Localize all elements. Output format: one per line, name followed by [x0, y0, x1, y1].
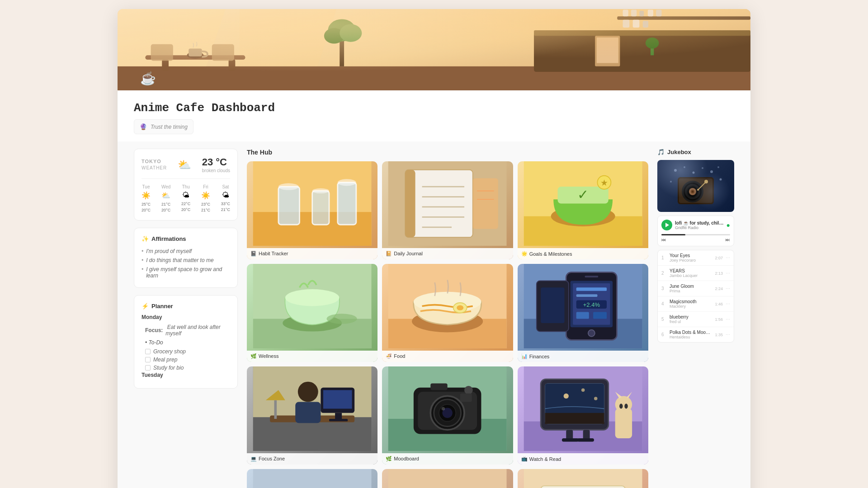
todo-item[interactable]: Meal prep — [142, 356, 230, 364]
track-name: YEARS — [670, 268, 712, 273]
track-name: Magicsmooth — [670, 299, 712, 304]
planner-focus: Focus: Eat well and look after myself — [142, 323, 230, 338]
svg-rect-83 — [541, 287, 564, 323]
hub-grid: 📓 Habit Tracker 📔 Daily Journal — [247, 161, 648, 488]
hub-card-image: 📓 Habit Tracker — [247, 161, 377, 259]
hub-card-emoji: 📺 — [521, 456, 528, 462]
hub-card-daily-journal[interactable]: 📔 Daily Journal — [382, 161, 513, 259]
hub-card-image: 🌿 Wellness — [247, 264, 377, 362]
svg-rect-15 — [534, 30, 750, 36]
hub-card-extra2[interactable] — [382, 469, 513, 488]
outer-wrapper: ☕ Anime Cafe Dashboard 🔮 Trust the timin… — [118, 9, 750, 488]
svg-point-114 — [563, 394, 568, 399]
forecast-day: Thu 🌤 22°C20°C — [181, 184, 190, 213]
track-number: 5 — [661, 317, 667, 322]
svg-point-38 — [312, 188, 329, 193]
track-artist: Jambo Lacquer — [670, 273, 712, 278]
track-item[interactable]: 2 YEARS Jambo Lacquer 2:13 ⋯ — [658, 266, 734, 281]
forecast-temps: 21°C20°C — [161, 202, 170, 213]
todo-checkbox[interactable] — [145, 349, 151, 354]
track-more-button[interactable]: ⋯ — [726, 301, 730, 306]
track-more-button[interactable]: ⋯ — [726, 271, 730, 276]
svg-rect-113 — [545, 413, 604, 424]
play-button[interactable] — [661, 220, 672, 230]
forecast-icon: ☀️ — [142, 191, 151, 200]
forecast-day: Fri ☀️ 23°C21°C — [201, 184, 210, 213]
hub-card-image: 🌿 Moodboard — [382, 366, 513, 465]
hub-card-image: ✓ ★ 🌟 Goals & Milestones — [518, 161, 648, 259]
svg-rect-120 — [577, 438, 594, 441]
hub-card-label: 📺 Watch & Read — [518, 453, 648, 465]
track-item[interactable]: 4 Magicsmooth Macklery 1:46 ⋯ — [658, 296, 734, 312]
card-illustration — [247, 469, 377, 488]
hub-card-food[interactable]: 🍜 Food — [382, 264, 513, 362]
todo-checkbox[interactable] — [145, 365, 151, 371]
svg-rect-89 — [295, 402, 321, 423]
svg-marker-4 — [240, 9, 340, 66]
hub-card-text: Food — [394, 353, 405, 359]
svg-rect-22 — [656, 10, 661, 17]
hub-card-watch-read[interactable]: 📺 Watch & Read — [518, 366, 648, 465]
svg-rect-2 — [118, 66, 750, 90]
hub-card-label: 📓 Habit Tracker — [247, 248, 377, 259]
hub-card-emoji: 🌟 — [521, 251, 528, 257]
track-more-button[interactable]: ⋯ — [726, 255, 730, 260]
svg-rect-1 — [118, 9, 750, 90]
svg-rect-93 — [329, 419, 348, 422]
progress-bar[interactable] — [661, 234, 730, 235]
hub-card-image: 📺 Watch & Read — [518, 366, 648, 465]
svg-rect-74 — [576, 287, 606, 291]
track-item[interactable]: 3 June Gloom Prima 2:24 ⋯ — [658, 281, 734, 296]
todo-checkbox[interactable] — [145, 357, 151, 362]
affirmations-list: I'm proud of myselfI do things that matt… — [142, 247, 230, 280]
hub-card-finances[interactable]: +2.4% 📊 Finances — [518, 264, 648, 362]
svg-rect-105 — [431, 383, 448, 390]
track-more-button[interactable]: ⋯ — [726, 317, 730, 322]
left-panel: TOKYO WEATHER ⛅ 23 °C broken clouds Tue … — [134, 149, 238, 488]
prev-button[interactable]: ⏮ — [661, 237, 666, 242]
track-item[interactable]: 6 Polka Dots & Moonbeams Hentaidesu 1:35… — [658, 327, 734, 342]
hub-card-text: Watch & Read — [529, 456, 561, 462]
hub-card-habit-tracker[interactable]: 📓 Habit Tracker — [247, 161, 377, 259]
svg-rect-31 — [189, 49, 202, 56]
hub-title: The Hub — [247, 149, 648, 156]
track-item[interactable]: 5 blueberry fred ul 1:56 ⋯ — [658, 312, 734, 327]
svg-point-125 — [619, 404, 623, 408]
hub-card-moodboard[interactable]: 🌿 Moodboard — [382, 366, 513, 465]
hub-card-image — [518, 469, 648, 488]
svg-rect-7 — [229, 60, 236, 71]
svg-point-80 — [588, 330, 595, 337]
svg-point-29 — [646, 38, 659, 49]
hub-card-label: 🍜 Food — [382, 351, 513, 362]
hub-card-text: Wellness — [259, 353, 278, 359]
svg-rect-81 — [585, 276, 598, 277]
todo-item[interactable]: Study for bio — [142, 364, 230, 372]
svg-rect-9 — [212, 44, 234, 61]
track-info: Polka Dots & Moonbeams Hentaidesu — [670, 330, 712, 339]
jukebox-image — [657, 160, 734, 212]
svg-text:+2.4%: +2.4% — [583, 301, 600, 308]
svg-point-88 — [298, 382, 318, 402]
hub-card-label: 🌿 Wellness — [247, 351, 377, 362]
hub-card-goals[interactable]: ✓ ★ 🌟 Goals & Milestones — [518, 161, 648, 259]
hub-card-extra1[interactable] — [247, 469, 377, 488]
hub-card-extra3[interactable] — [518, 469, 648, 488]
track-number: 1 — [661, 255, 667, 260]
weather-temp-block: 23 °C broken clouds — [202, 156, 230, 173]
todo-item[interactable]: Grocery shop — [142, 347, 230, 356]
track-more-button[interactable]: ⋯ — [726, 332, 730, 337]
svg-rect-91 — [323, 390, 352, 408]
hub-card-wellness[interactable]: 🌿 Wellness — [247, 264, 377, 362]
track-info: June Gloom Prima — [670, 284, 712, 293]
card-illustration — [518, 469, 648, 488]
next-button[interactable]: ⏭ — [726, 237, 730, 242]
hub-card-focus-zone[interactable]: 💻 Focus Zone — [247, 366, 377, 465]
track-item[interactable]: 1 Your Eyes Joey Pecoraro 2:07 ⋯ — [658, 250, 734, 266]
planner-day-section: Tuesday — [142, 372, 230, 378]
svg-rect-127 — [253, 469, 372, 488]
hub-card-emoji: 💻 — [250, 456, 257, 462]
hub-card-text: Habit Tracker — [259, 251, 288, 256]
forecast-day-label: Wed — [161, 184, 170, 189]
todo-text: Grocery shop — [153, 348, 186, 355]
track-more-button[interactable]: ⋯ — [726, 286, 730, 291]
